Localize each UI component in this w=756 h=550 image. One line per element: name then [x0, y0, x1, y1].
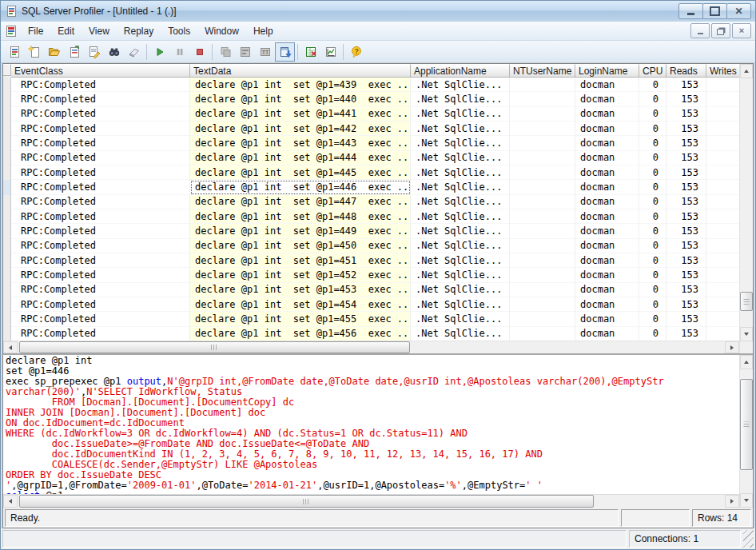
row-selector[interactable] — [3, 151, 11, 165]
table-row[interactable]: RPC:Completeddeclare @p1 int set @p1=455… — [3, 312, 739, 326]
cell-writes[interactable] — [706, 107, 739, 122]
column-header-textdata[interactable]: TextData — [190, 64, 411, 78]
sql-scroll-up-button[interactable] — [740, 355, 753, 369]
cell-application-name[interactable]: .Net SqlClie... — [411, 195, 510, 209]
row-selector[interactable] — [3, 92, 11, 106]
cell-text-data[interactable]: declare @p1 int set @p1=446 exec ... — [190, 180, 411, 194]
mdi-close-button[interactable]: × — [732, 23, 751, 38]
menu-tools[interactable]: Tools — [161, 23, 197, 39]
cell-text-data[interactable]: declare @p1 int set @p1=450 exec ... — [190, 239, 411, 253]
new-document-button[interactable] — [24, 42, 44, 62]
cell-nt-user-name[interactable] — [510, 224, 575, 238]
cell-text-data[interactable]: declare @p1 int set @p1=445 exec ... — [190, 165, 411, 180]
cell-login-name[interactable]: docman — [575, 312, 639, 326]
cell-writes[interactable] — [706, 224, 739, 238]
cell-writes[interactable] — [706, 312, 739, 326]
cell-text-data[interactable]: declare @p1 int set @p1=453 exec ... — [190, 283, 411, 297]
eraser-button[interactable] — [124, 42, 144, 62]
row-selector[interactable] — [3, 136, 11, 150]
sql-scroll-left-button[interactable] — [3, 495, 18, 508]
cell-writes[interactable] — [706, 78, 739, 92]
column-header-cpu[interactable]: CPU — [639, 64, 666, 78]
cell-nt-user-name[interactable] — [510, 312, 575, 326]
cell-writes[interactable] — [706, 195, 739, 209]
cell-login-name[interactable]: docman — [575, 268, 639, 282]
cell-writes[interactable] — [706, 239, 739, 253]
row-selector[interactable] — [3, 268, 11, 282]
cell-login-name[interactable]: docman — [575, 151, 639, 165]
cell-cpu[interactable]: 0 — [639, 224, 666, 238]
cell-reads[interactable]: 153 — [666, 92, 706, 106]
sql-horizontal-scrollbar[interactable] — [3, 494, 739, 508]
cell-cpu[interactable]: 0 — [639, 136, 666, 150]
column-header-ntusername[interactable]: NTUserName — [510, 64, 575, 78]
cell-reads[interactable]: 153 — [666, 297, 706, 312]
row-selector[interactable] — [3, 327, 11, 341]
cell-text-data[interactable]: declare @p1 int set @p1=448 exec ... — [190, 209, 411, 224]
cell-application-name[interactable]: .Net SqlClie... — [411, 107, 510, 122]
help-button[interactable]: ? — [346, 42, 366, 62]
cell-event-class[interactable]: RPC:Completed — [11, 239, 190, 253]
cell-reads[interactable]: 153 — [666, 327, 706, 341]
cell-application-name[interactable]: .Net SqlClie... — [411, 239, 510, 253]
cell-cpu[interactable]: 0 — [639, 209, 666, 224]
cell-text-data[interactable]: declare @p1 int set @p1=447 exec ... — [190, 195, 411, 209]
cell-text-data[interactable]: declare @p1 int set @p1=449 exec ... — [190, 224, 411, 238]
table-row[interactable]: RPC:Completeddeclare @p1 int set @p1=451… — [3, 253, 739, 268]
cell-event-class[interactable]: RPC:Completed — [11, 78, 190, 92]
cell-reads[interactable]: 153 — [666, 122, 706, 136]
cell-reads[interactable]: 153 — [666, 165, 706, 180]
cell-text-data[interactable]: declare @p1 int set @p1=454 exec ... — [190, 297, 411, 312]
save-trace-button[interactable] — [64, 42, 84, 62]
cell-nt-user-name[interactable] — [510, 268, 575, 282]
column-header-reads[interactable]: Reads — [666, 64, 706, 78]
cell-nt-user-name[interactable] — [510, 78, 575, 92]
sql-hscroll-track[interactable] — [18, 495, 725, 508]
cell-text-data[interactable]: declare @p1 int set @p1=439 exec ... — [190, 78, 411, 92]
cell-nt-user-name[interactable] — [510, 107, 575, 122]
cell-cpu[interactable]: 0 — [639, 180, 666, 194]
cell-application-name[interactable]: .Net SqlClie... — [411, 283, 510, 297]
table-row[interactable]: RPC:Completeddeclare @p1 int set @p1=440… — [3, 92, 739, 106]
cell-application-name[interactable]: .Net SqlClie... — [411, 253, 510, 268]
cell-login-name[interactable]: docman — [575, 180, 639, 194]
cell-login-name[interactable]: docman — [575, 327, 639, 341]
cell-login-name[interactable]: docman — [575, 195, 639, 209]
scroll-left-button[interactable] — [3, 341, 18, 353]
properties-button[interactable] — [84, 42, 104, 62]
cell-login-name[interactable]: docman — [575, 209, 639, 224]
cell-event-class[interactable]: RPC:Completed — [11, 195, 190, 209]
sql-scroll-right-button[interactable] — [725, 495, 739, 508]
close-button[interactable]: ✕ — [726, 3, 751, 19]
column-header-loginname[interactable]: LoginName — [575, 64, 639, 78]
cell-login-name[interactable]: docman — [575, 92, 639, 106]
cell-nt-user-name[interactable] — [510, 180, 575, 194]
cell-nt-user-name[interactable] — [510, 327, 575, 341]
table-row[interactable]: RPC:Completeddeclare @p1 int set @p1=441… — [3, 107, 739, 122]
row-selector[interactable] — [3, 253, 11, 268]
play-button[interactable] — [149, 42, 169, 62]
minimize-button[interactable] — [678, 3, 703, 19]
new-trace-button[interactable] — [4, 42, 24, 62]
menu-help[interactable]: Help — [246, 23, 281, 39]
cell-text-data[interactable]: declare @p1 int set @p1=443 exec ... — [190, 136, 411, 150]
cell-application-name[interactable]: .Net SqlClie... — [411, 327, 510, 341]
cell-writes[interactable] — [706, 136, 739, 150]
grid-vscroll-thumb[interactable] — [740, 292, 753, 311]
row-selector[interactable] — [3, 224, 11, 238]
cell-writes[interactable] — [706, 297, 739, 312]
cell-reads[interactable]: 153 — [666, 283, 706, 297]
table-row[interactable]: RPC:Completeddeclare @p1 int set @p1=450… — [3, 239, 739, 253]
cell-writes[interactable] — [706, 253, 739, 268]
cell-nt-user-name[interactable] — [510, 297, 575, 312]
cell-event-class[interactable]: RPC:Completed — [11, 92, 190, 106]
cell-login-name[interactable]: docman — [575, 78, 639, 92]
row-selector[interactable] — [3, 78, 11, 92]
table-row[interactable]: RPC:Completeddeclare @p1 int set @p1=448… — [3, 209, 739, 224]
cell-cpu[interactable]: 0 — [639, 297, 666, 312]
cell-event-class[interactable]: RPC:Completed — [11, 136, 190, 150]
cell-event-class[interactable]: RPC:Completed — [11, 165, 190, 180]
cell-reads[interactable]: 153 — [666, 253, 706, 268]
cell-nt-user-name[interactable] — [510, 253, 575, 268]
cell-event-class[interactable]: RPC:Completed — [11, 268, 190, 282]
